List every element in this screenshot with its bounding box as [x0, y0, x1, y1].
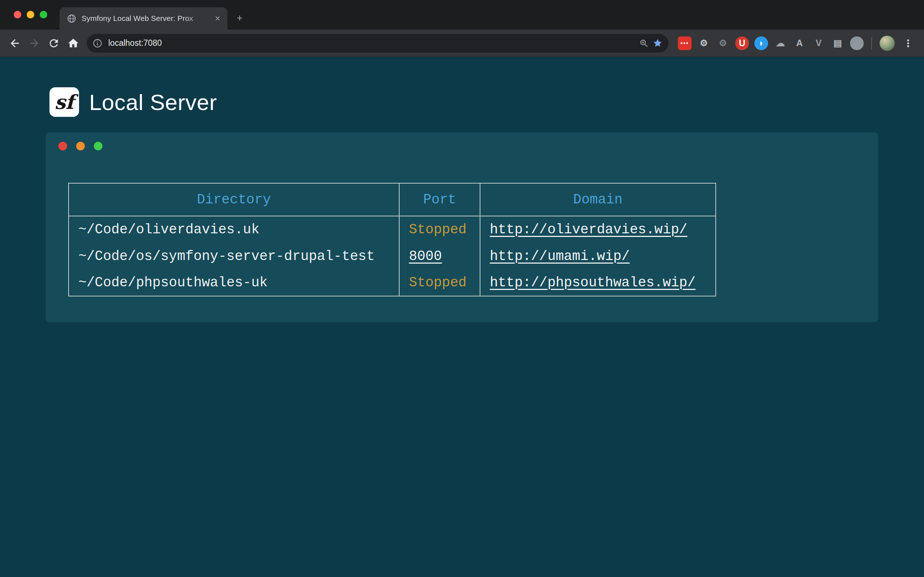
server-row: ~/Code/os/symfony-server-drupal-test8000…: [69, 243, 716, 269]
window-zoom-button[interactable]: [40, 11, 47, 18]
panel-window-dots: [58, 142, 102, 150]
domain-cell: http://oliverdavies.wip/: [480, 216, 716, 243]
extension-gear-dark-icon[interactable]: ⚙: [716, 36, 730, 50]
domain-link[interactable]: http://phpsouthwales.wip/: [490, 275, 696, 290]
browser-window: Symfony Local Web Server: Prox: [0, 0, 924, 577]
tab-title: Symfony Local Web Server: Prox: [82, 14, 208, 23]
profile-avatar[interactable]: [880, 36, 895, 51]
reload-button[interactable]: [44, 34, 63, 53]
browser-toolbar: localhost:7080 •••⚙⚙U◗☁AV▤: [0, 29, 924, 57]
server-table-body: ~/Code/oliverdavies.ukStoppedhttp://oliv…: [69, 216, 716, 296]
directory-cell: ~/Code/oliverdavies.uk: [69, 216, 399, 243]
toolbar-separator: [871, 37, 872, 49]
server-row: ~/Code/phpsouthwales-ukStoppedhttp://php…: [69, 269, 716, 296]
home-button[interactable]: [63, 34, 83, 53]
server-panel: Directory Port Domain ~/Code/oliverdavie…: [46, 132, 878, 322]
table-header-row: Directory Port Domain: [69, 183, 716, 216]
tab-strip: Symfony Local Web Server: Prox: [0, 0, 924, 29]
forward-button[interactable]: [24, 34, 44, 53]
bookmark-star-icon[interactable]: [653, 38, 663, 48]
domain-link[interactable]: http://umami.wip/: [490, 248, 630, 264]
extension-github-icon[interactable]: [850, 36, 864, 50]
tab-favicon-globe-icon: [67, 14, 76, 23]
directory-cell: ~/Code/os/symfony-server-drupal-test: [69, 243, 399, 269]
zoom-icon[interactable]: [639, 38, 649, 48]
server-row: ~/Code/oliverdavies.ukStoppedhttp://oliv…: [69, 216, 716, 243]
panel-dot-green: [94, 142, 102, 150]
site-info-icon[interactable]: [92, 38, 102, 48]
extensions-area: •••⚙⚙U◗☁AV▤: [678, 36, 864, 50]
address-bar[interactable]: localhost:7080: [87, 34, 669, 53]
port-cell: Stopped: [399, 269, 480, 296]
panel-dot-red: [58, 142, 67, 150]
port-cell: 8000: [399, 243, 480, 269]
domain-link[interactable]: http://oliverdavies.wip/: [490, 222, 687, 237]
header-domain: Domain: [480, 183, 716, 216]
server-table: Directory Port Domain ~/Code/oliverdavie…: [68, 183, 716, 297]
window-close-button[interactable]: [14, 11, 21, 18]
extension-red-dots-icon[interactable]: •••: [678, 36, 691, 50]
new-tab-button[interactable]: [233, 11, 247, 25]
header-port: Port: [399, 183, 480, 216]
extension-gear-light-icon[interactable]: ⚙: [697, 36, 711, 50]
extension-letter-a-icon[interactable]: A: [793, 36, 806, 50]
browser-tab[interactable]: Symfony Local Web Server: Prox: [60, 7, 228, 29]
extension-cloud-icon[interactable]: ☁: [774, 36, 787, 50]
page-header: sf Local Server: [0, 57, 924, 117]
extension-blue-app-icon[interactable]: ◗: [754, 36, 768, 50]
window-minimize-button[interactable]: [27, 11, 34, 18]
page-title: Local Server: [89, 89, 217, 115]
omnibox-actions: [639, 38, 663, 48]
tab-close-icon[interactable]: [213, 14, 222, 23]
domain-cell: http://phpsouthwales.wip/: [480, 269, 716, 296]
port-link[interactable]: 8000: [409, 248, 442, 264]
panel-dot-orange: [76, 142, 85, 150]
directory-cell: ~/Code/phpsouthwales-uk: [69, 269, 399, 296]
domain-cell: http://umami.wip/: [480, 243, 716, 269]
extension-letter-v-icon[interactable]: V: [812, 36, 825, 50]
url-text: localhost:7080: [108, 38, 633, 48]
back-button[interactable]: [5, 34, 24, 53]
extension-ublock-icon[interactable]: U: [735, 36, 749, 50]
page-content: sf Local Server Directory Port Domain: [0, 57, 924, 577]
symfony-logo-text: sf: [55, 90, 74, 114]
window-controls: [14, 11, 47, 18]
header-directory: Directory: [69, 183, 399, 216]
port-cell: Stopped: [399, 216, 480, 243]
browser-menu-icon[interactable]: [900, 35, 916, 51]
symfony-logo: sf: [50, 87, 79, 117]
extension-grid-icon[interactable]: ▤: [831, 36, 845, 50]
toolbar-right-area: •••⚙⚙U◗☁AV▤: [672, 35, 919, 51]
